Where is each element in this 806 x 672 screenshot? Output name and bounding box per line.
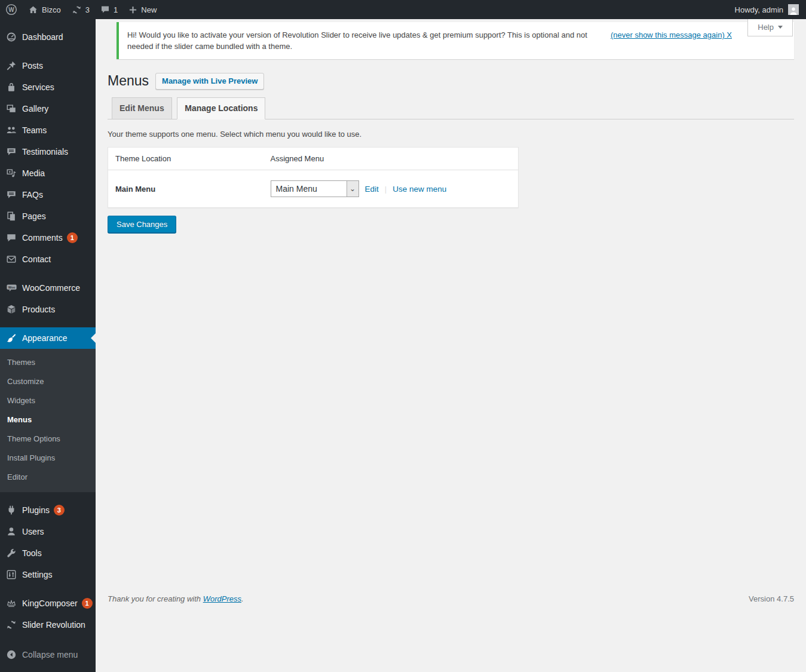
crown-icon <box>5 598 17 609</box>
link-separator: | <box>385 185 387 194</box>
tab-manage-locations[interactable]: Manage Locations <box>177 97 265 119</box>
dismiss-notice-link[interactable]: (never show this message again) X <box>611 30 732 39</box>
comment-bubble-icon <box>5 232 17 243</box>
admin-bar: W Bizco 3 1 New Howdy, admin <box>0 0 806 19</box>
footer: Thank you for creating with WordPress. V… <box>108 594 794 603</box>
submenu-item-themes[interactable]: Themes <box>0 353 96 372</box>
brush-icon <box>5 333 17 343</box>
sidebar-item-slider-revolution[interactable]: Slider Revolution <box>0 614 96 636</box>
quote-bubble-icon <box>5 146 17 157</box>
sidebar-item-posts[interactable]: Posts <box>0 55 96 76</box>
plug-icon <box>5 505 17 515</box>
sliders-icon <box>5 569 17 580</box>
footer-thanks: Thank you for creating with WordPress. <box>108 594 244 603</box>
bag-icon <box>5 82 17 93</box>
sidebar-item-comments[interactable]: Comments 1 <box>0 227 96 248</box>
submenu-item-install-plugins[interactable]: Install Plugins <box>0 449 96 468</box>
help-label: Help <box>758 23 774 32</box>
sidebar-item-pages[interactable]: Pages <box>0 205 96 227</box>
quote-bubble-icon <box>5 189 17 200</box>
edit-menu-link[interactable]: Edit <box>365 185 379 194</box>
wrench-icon <box>5 548 17 559</box>
new-content-link[interactable]: New <box>123 0 162 19</box>
pushpin-icon <box>5 60 17 71</box>
sidebar-item-media[interactable]: Media <box>0 162 96 184</box>
comment-bubble-icon <box>100 5 110 14</box>
sidebar-item-services[interactable]: Services <box>0 76 96 98</box>
svg-text:Woo: Woo <box>8 286 15 289</box>
sidebar-item-gallery[interactable]: Gallery <box>0 98 96 119</box>
circular-arrows-icon <box>5 619 17 630</box>
use-new-menu-link[interactable]: Use new menu <box>393 185 446 194</box>
wordpress-logo-icon[interactable]: W <box>0 0 23 19</box>
comments-badge: 1 <box>67 232 78 243</box>
box-icon <box>5 304 17 315</box>
manage-with-live-preview-button[interactable]: Manage with Live Preview <box>155 73 264 90</box>
kingcomposer-badge: 1 <box>82 598 93 609</box>
page-title: Menus <box>108 72 149 90</box>
column-header-theme-location: Theme Location <box>108 148 263 170</box>
collapse-menu-button[interactable]: Collapse menu <box>0 644 96 665</box>
svg-text:W: W <box>8 7 14 13</box>
submenu-item-menus[interactable]: Menus <box>0 410 96 429</box>
woocommerce-icon: Woo <box>5 283 17 293</box>
sidebar-item-teams[interactable]: Teams <box>0 119 96 141</box>
table-row: Main Menu Main Menu ⌄ Edit | Use new men… <box>108 170 519 208</box>
user-icon <box>5 526 17 537</box>
media-icon <box>5 168 17 179</box>
theme-location-name: Main Menu <box>108 170 263 208</box>
notice-message: Hi! Would you like to activate your vers… <box>127 29 605 52</box>
account-menu[interactable]: Howdy, admin <box>735 5 783 14</box>
sidebar-item-kingcomposer[interactable]: KingComposer 1 <box>0 593 96 614</box>
updates-icon <box>72 5 82 15</box>
comments-link[interactable]: 1 <box>95 0 123 19</box>
dashboard-icon <box>5 32 17 42</box>
column-header-assigned-menu: Assigned Menu <box>263 148 519 170</box>
plugins-badge: 3 <box>54 505 65 515</box>
sidebar-item-products[interactable]: Products <box>0 299 96 320</box>
sidebar-item-contact[interactable]: Contact <box>0 248 96 270</box>
help-tab[interactable]: Help <box>747 19 793 36</box>
appearance-submenu: Themes Customize Widgets Menus Theme Opt… <box>0 349 96 492</box>
envelope-icon <box>5 254 17 265</box>
site-name-link[interactable]: Bizco <box>23 0 66 19</box>
sidebar-item-dashboard[interactable]: Dashboard <box>0 26 96 48</box>
assigned-menu-select[interactable]: Main Menu ⌄ <box>271 180 359 197</box>
submenu-item-editor[interactable]: Editor <box>0 468 96 487</box>
submenu-item-customize[interactable]: Customize <box>0 372 96 391</box>
people-icon <box>5 125 17 136</box>
tab-bar: Edit Menus Manage Locations <box>108 97 794 119</box>
avatar[interactable] <box>788 4 799 15</box>
collapse-arrow-icon <box>5 649 17 660</box>
select-chevron-icon: ⌄ <box>347 181 358 197</box>
gallery-icon <box>5 103 17 114</box>
new-label: New <box>141 5 157 14</box>
sidebar-item-woocommerce[interactable]: Woo WooCommerce <box>0 277 96 299</box>
home-icon <box>28 5 38 15</box>
sidebar-item-appearance[interactable]: Appearance <box>0 327 96 349</box>
revolution-slider-notice: (never show this message again) X Hi! Wo… <box>117 22 794 59</box>
comments-count: 1 <box>114 5 118 14</box>
menu-locations-table: Theme Location Assigned Menu Main Menu M… <box>108 147 519 208</box>
sidebar-item-testimonials[interactable]: Testimonials <box>0 141 96 162</box>
sidebar-item-tools[interactable]: Tools <box>0 542 96 564</box>
site-name-label: Bizco <box>42 5 61 14</box>
sidebar: Dashboard Posts Services Gallery Teams T… <box>0 19 96 672</box>
updates-link[interactable]: 3 <box>66 0 95 19</box>
tab-edit-menus[interactable]: Edit Menus <box>112 97 172 119</box>
updates-count: 3 <box>85 5 90 14</box>
sidebar-item-users[interactable]: Users <box>0 521 96 542</box>
submenu-item-widgets[interactable]: Widgets <box>0 391 96 410</box>
sidebar-item-plugins[interactable]: Plugins 3 <box>0 499 96 521</box>
plus-icon <box>128 5 137 14</box>
submenu-item-theme-options[interactable]: Theme Options <box>0 429 96 449</box>
pages-icon <box>5 211 17 222</box>
main-content: Help (never show this message again) X H… <box>96 19 806 672</box>
footer-version: Version 4.7.5 <box>749 594 794 603</box>
wordpress-link[interactable]: WordPress <box>203 594 241 603</box>
sidebar-item-faqs[interactable]: FAQs <box>0 184 96 205</box>
sidebar-item-settings[interactable]: Settings <box>0 564 96 585</box>
theme-menu-description: Your theme supports one menu. Select whi… <box>108 129 794 140</box>
selected-menu-value: Main Menu <box>271 184 317 194</box>
save-changes-button[interactable]: Save Changes <box>108 216 176 233</box>
